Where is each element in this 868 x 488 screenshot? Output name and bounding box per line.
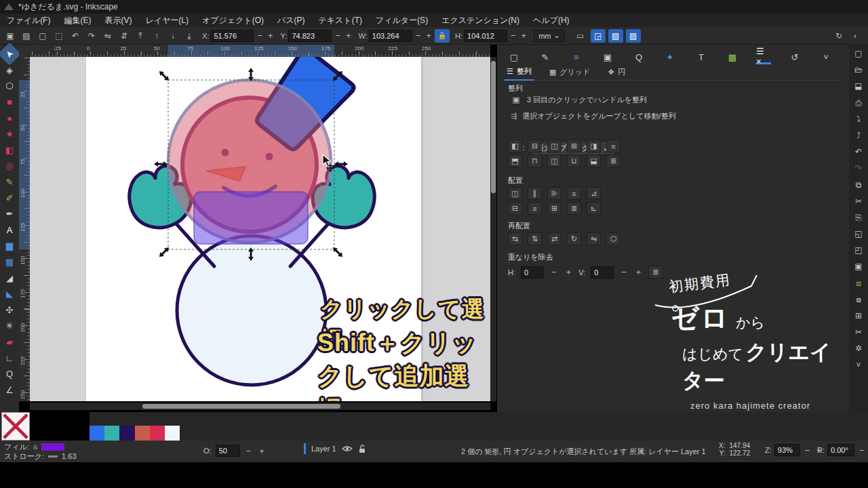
bezier-pen-tool[interactable]: ✐: [1, 190, 18, 206]
vertical-ruler[interactable]: 255075100125150175200225250: [19, 57, 30, 401]
align-button-r1-3[interactable]: ⊞: [567, 140, 581, 152]
rotation-field[interactable]: 0.00°: [827, 444, 854, 456]
rearrange-button-5[interactable]: ⬡: [606, 232, 620, 245]
vertical-scrollbar-thumb[interactable]: [491, 61, 496, 193]
w-minus-button[interactable]: −: [414, 30, 423, 41]
align-button-r2-1[interactable]: ⊓: [528, 155, 542, 167]
connector-tool[interactable]: ∟: [1, 350, 18, 366]
align-button-r2-2[interactable]: ◫: [547, 155, 561, 167]
overlap-h-plus-button[interactable]: +: [564, 267, 574, 277]
zoom-page-icon[interactable]: ▣: [852, 260, 865, 272]
h-plus-button[interactable]: +: [519, 30, 529, 41]
swatch-navy[interactable]: [119, 426, 135, 441]
distribute-button-r2-2[interactable]: ⊞: [547, 202, 561, 215]
selector-option-icon-5[interactable]: ↷: [84, 29, 99, 43]
menu-item-7[interactable]: フィルター(S): [369, 14, 435, 28]
distribute-button-r1-2[interactable]: ⊪: [547, 187, 561, 200]
layer-lock-icon[interactable]: [358, 445, 366, 453]
measure-tool[interactable]: ∠: [1, 382, 18, 398]
box-3d-tool[interactable]: ◧: [1, 142, 18, 159]
menu-item-8[interactable]: エクステンション(N): [435, 14, 526, 28]
selector-option-icon-8[interactable]: ⤒: [133, 29, 148, 43]
w-field[interactable]: 103.264: [369, 30, 412, 42]
swatch-blue[interactable]: [90, 426, 104, 441]
overlap-v-minus-button[interactable]: −: [619, 267, 629, 277]
move-as-group-icon[interactable]: ⇶: [511, 112, 517, 121]
symbols-icon[interactable]: ✦: [663, 49, 677, 64]
overlap-v-field[interactable]: 0: [591, 266, 614, 279]
distribute-button-r1-4[interactable]: ⊿: [587, 187, 601, 200]
tweak-tool[interactable]: ✣: [1, 302, 18, 319]
layers-icon[interactable]: ≡: [569, 49, 584, 64]
ruler-corner[interactable]: [19, 45, 30, 57]
rearrange-button-3[interactable]: ↻: [567, 232, 581, 245]
text-dialog-icon[interactable]: T: [694, 49, 709, 64]
rearrange-button-0[interactable]: ⇆: [508, 232, 522, 245]
swatch-orange[interactable]: [135, 426, 150, 441]
selector-option-icon-4[interactable]: ↶: [68, 29, 83, 43]
toolbar-collapse-icon[interactable]: ‹: [848, 29, 863, 43]
duplicate-icon[interactable]: ⊞: [852, 310, 865, 322]
mesh-gradient-tool[interactable]: ▦: [1, 254, 18, 270]
zoom-selection-icon[interactable]: ◱: [852, 228, 865, 240]
selected-rect-object[interactable]: [194, 192, 308, 244]
pencil-tool[interactable]: ✎: [1, 174, 18, 190]
opacity-minus-button[interactable]: −: [244, 446, 254, 456]
ungroup-icon[interactable]: ⧇: [852, 293, 865, 306]
swatch-black-1[interactable]: [30, 412, 60, 441]
h-minus-button[interactable]: −: [509, 30, 518, 41]
export-icon[interactable]: ⤴: [852, 129, 865, 142]
lock-ratio-toggle[interactable]: 🔒: [435, 29, 450, 43]
cut-icon[interactable]: ✂: [852, 195, 865, 207]
rotation-minus-button[interactable]: −: [857, 445, 867, 455]
rearrange-button-1[interactable]: ⇅: [528, 232, 542, 245]
zoom-tool[interactable]: Q: [1, 366, 18, 382]
overlap-h-minus-button[interactable]: −: [549, 267, 559, 277]
unlink-clone-icon[interactable]: ✂: [852, 326, 865, 338]
menu-item-5[interactable]: パス(P): [271, 14, 312, 28]
align-button-r2-3[interactable]: ⊔: [567, 155, 581, 167]
layer-visibility-icon[interactable]: [342, 445, 353, 453]
opacity-field[interactable]: 50: [216, 445, 240, 457]
zoom-minus-button[interactable]: −: [803, 445, 812, 455]
selector-option-icon-9[interactable]: ↑: [149, 29, 164, 43]
selector-option-icon-10[interactable]: ↓: [165, 29, 180, 43]
align-button-r1-0[interactable]: ◧: [508, 140, 522, 152]
selector-option-icon-2[interactable]: ▢: [35, 29, 50, 43]
swatch-teal[interactable]: [104, 426, 119, 441]
find-icon[interactable]: Q: [631, 49, 646, 64]
menu-item-3[interactable]: レイヤー(L): [138, 14, 195, 28]
distribute-button-r1-3[interactable]: ≡: [567, 187, 581, 200]
horizontal-scrollbar[interactable]: [30, 403, 490, 410]
selection-handle-se[interactable]: [331, 245, 344, 259]
align-button-r1-2[interactable]: ◫: [547, 140, 561, 152]
swatch-none[interactable]: [1, 412, 30, 441]
dropper-tool[interactable]: ◢: [1, 270, 18, 286]
menu-item-6[interactable]: テキスト(T): [312, 14, 369, 28]
distribute-button-r2-4[interactable]: ⊾: [587, 202, 601, 215]
shape-builder-tool[interactable]: ⬡: [1, 78, 18, 94]
x-plus-button[interactable]: +: [266, 30, 275, 41]
gradient-tool[interactable]: ▆: [1, 238, 18, 254]
snap-icon[interactable]: ✲: [852, 342, 865, 354]
align-button-r1-5[interactable]: ≡: [606, 140, 620, 152]
swatch-black-2[interactable]: [60, 412, 90, 441]
align-button-r1-4[interactable]: ◨: [587, 140, 601, 152]
distribute-button-r1-0[interactable]: ◫: [508, 187, 522, 200]
stroke-color-swatch[interactable]: [48, 455, 58, 458]
align-dialog-icon[interactable]: ☰ ×: [756, 49, 771, 64]
distribute-button-r2-0[interactable]: ⊟: [508, 202, 522, 215]
menu-item-1[interactable]: 編集(E): [57, 14, 98, 28]
spiral-tool[interactable]: ◎: [1, 158, 18, 174]
paste-icon[interactable]: ⎘: [852, 211, 865, 224]
menu-item-2[interactable]: 表示(V): [98, 14, 138, 28]
object-properties-icon[interactable]: ▣: [600, 49, 615, 64]
rearrange-button-2[interactable]: ⇄: [547, 232, 561, 245]
fill-stroke-icon[interactable]: ✎: [538, 49, 553, 64]
align-button-r2-0[interactable]: ⬒: [508, 155, 522, 167]
import-icon[interactable]: ⤵: [852, 113, 865, 125]
extensions-icon[interactable]: ▩: [725, 49, 740, 64]
align-button-r2-4[interactable]: ⬓: [587, 155, 601, 167]
star-tool[interactable]: ★: [1, 126, 18, 142]
overlap-v-plus-button[interactable]: +: [634, 267, 644, 277]
